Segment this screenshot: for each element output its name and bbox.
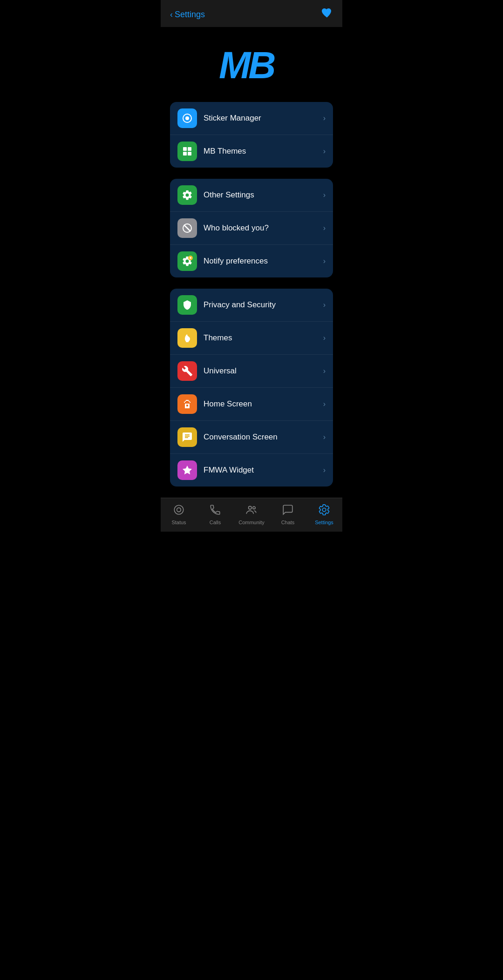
app-logo: MB <box>214 41 289 88</box>
nav-item-status[interactable]: Status <box>161 502 197 527</box>
universal-icon <box>177 361 197 381</box>
logo-section: MB <box>161 27 342 102</box>
calls-label: Calls <box>210 520 221 525</box>
card-advanced-settings: Privacy and Security › Themes › Universa… <box>170 289 333 487</box>
settings-label: Settings <box>315 520 333 525</box>
home-screen-icon <box>177 394 197 414</box>
menu-item-notify-preferences[interactable]: Notify preferences › <box>170 245 333 277</box>
menu-item-fmwa-widget[interactable]: FMWA Widget › <box>170 454 333 487</box>
svg-rect-5 <box>183 152 187 155</box>
svg-rect-6 <box>188 152 191 155</box>
settings-icon <box>318 504 330 518</box>
back-label: Settings <box>175 10 205 20</box>
mb-themes-chevron: › <box>323 147 326 155</box>
nav-item-chats[interactable]: Chats <box>270 502 306 527</box>
svg-point-12 <box>177 508 181 512</box>
fmwa-widget-label: FMWA Widget <box>204 466 319 475</box>
card-settings-block: Other Settings › Who blocked you? › <box>170 179 333 277</box>
notify-prefs-icon <box>177 251 197 271</box>
menu-item-conversation-screen[interactable]: Conversation Screen › <box>170 421 333 454</box>
other-settings-label: Other Settings <box>204 190 319 200</box>
svg-rect-10 <box>186 341 189 342</box>
menu-item-mb-themes[interactable]: MB Themes › <box>170 135 333 168</box>
heart-icon[interactable] <box>321 7 333 21</box>
card-sticker-themes: Sticker Manager › MB Themes › <box>170 102 333 168</box>
mb-themes-label: MB Themes <box>204 147 319 156</box>
chats-label: Chats <box>281 520 295 525</box>
themes-chevron: › <box>323 334 326 342</box>
back-button[interactable]: ‹ Settings <box>170 10 205 20</box>
nav-item-calls[interactable]: Calls <box>197 502 233 527</box>
menu-item-who-blocked-you[interactable]: Who blocked you? › <box>170 212 333 245</box>
status-icon <box>173 504 185 518</box>
universal-label: Universal <box>204 366 319 376</box>
privacy-security-chevron: › <box>323 301 326 309</box>
who-blocked-icon <box>177 218 197 238</box>
svg-text:MB: MB <box>219 44 275 83</box>
other-settings-icon <box>177 185 197 205</box>
menu-item-sticker-manager[interactable]: Sticker Manager › <box>170 102 333 135</box>
conversation-screen-label: Conversation Screen <box>204 433 319 442</box>
community-label: Community <box>238 520 265 525</box>
community-icon <box>245 504 258 518</box>
privacy-security-label: Privacy and Security <box>204 300 319 310</box>
who-blocked-label: Who blocked you? <box>204 223 319 233</box>
svg-rect-4 <box>188 147 191 151</box>
svg-point-2 <box>185 116 189 120</box>
nav-item-community[interactable]: Community <box>233 502 270 527</box>
calls-icon <box>209 504 221 518</box>
bottom-navigation: Status Calls Community Chats <box>161 498 342 532</box>
nav-item-settings[interactable]: Settings <box>306 502 342 527</box>
menu-item-privacy-security[interactable]: Privacy and Security › <box>170 289 333 322</box>
svg-point-14 <box>253 507 255 509</box>
conversation-screen-chevron: › <box>323 433 326 441</box>
app-header: ‹ Settings <box>161 0 342 27</box>
svg-line-8 <box>184 225 190 231</box>
who-blocked-chevron: › <box>323 224 326 232</box>
sticker-manager-icon <box>177 108 197 128</box>
back-chevron: ‹ <box>170 10 173 20</box>
themes-icon <box>177 328 197 348</box>
sticker-manager-chevron: › <box>323 114 326 122</box>
chats-icon <box>282 504 294 518</box>
conversation-screen-icon <box>177 427 197 447</box>
mb-themes-icon <box>177 142 197 161</box>
home-screen-chevron: › <box>323 400 326 408</box>
notify-prefs-chevron: › <box>323 257 326 265</box>
notify-prefs-label: Notify preferences <box>204 257 319 266</box>
other-settings-chevron: › <box>323 191 326 199</box>
menu-item-themes[interactable]: Themes › <box>170 322 333 355</box>
themes-label: Themes <box>204 333 319 343</box>
svg-rect-3 <box>183 147 187 151</box>
svg-point-11 <box>174 505 184 514</box>
home-screen-label: Home Screen <box>204 399 319 409</box>
status-label: Status <box>171 520 186 525</box>
menu-item-home-screen[interactable]: Home Screen › <box>170 388 333 421</box>
sticker-manager-label: Sticker Manager <box>204 114 319 123</box>
svg-point-13 <box>249 506 252 509</box>
privacy-security-icon <box>177 295 197 315</box>
menu-item-other-settings[interactable]: Other Settings › <box>170 179 333 212</box>
universal-chevron: › <box>323 367 326 375</box>
main-content: Sticker Manager › MB Themes › <box>161 102 342 498</box>
fmwa-widget-icon <box>177 460 197 480</box>
menu-item-universal[interactable]: Universal › <box>170 355 333 388</box>
fmwa-widget-chevron: › <box>323 466 326 474</box>
